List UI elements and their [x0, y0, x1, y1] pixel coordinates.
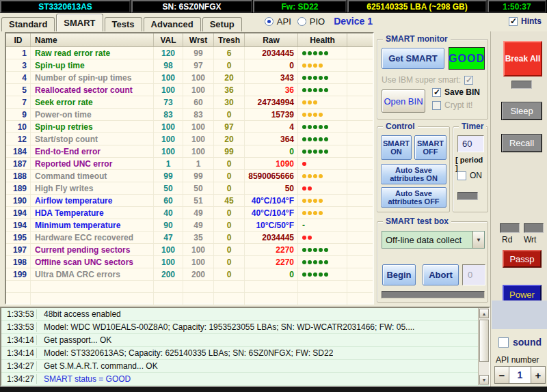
health-dots — [298, 96, 347, 108]
begin-test-button[interactable]: Begin — [382, 264, 416, 285]
passport-button[interactable]: Passp — [503, 250, 542, 268]
timer-led — [457, 192, 478, 200]
header-name[interactable]: Name — [31, 33, 154, 46]
ibm-super-smart-label: Use IBM super smart: — [382, 75, 461, 85]
open-bin-button[interactable]: Open BIN — [382, 89, 425, 113]
tab-smart[interactable]: SMART — [56, 14, 103, 31]
table-row[interactable]: 7Seek error rate73603024734994 — [6, 96, 373, 109]
table-row[interactable]: 12Start/stop count10010020364 — [6, 133, 373, 145]
table-row[interactable]: 187Reported UNC error1101090 — [6, 158, 373, 170]
log-timestamp: 1:34:27 — [1, 361, 37, 371]
tab-advanced[interactable]: Advanced — [144, 17, 201, 31]
write-led-label: Wrt — [524, 235, 536, 244]
device-label: Device 1 — [334, 16, 373, 27]
hints-label: Hints — [521, 16, 542, 26]
health-dots — [298, 256, 347, 268]
table-row[interactable]: 10Spin-up retries100100974 — [6, 121, 373, 133]
tab-setup[interactable]: Setup — [202, 17, 242, 31]
mode-selector: API PIO Device 1 — [265, 16, 373, 27]
crypt-it-label: Crypt it! — [444, 100, 472, 110]
table-row[interactable]: 198Offline scan UNC sectors10010002270 — [6, 256, 373, 268]
table-row[interactable]: 194Minimum temperature9049010°C/50°F- — [6, 219, 373, 232]
table-row[interactable]: 3Spin-up time989700 — [6, 59, 373, 72]
scroll-down-arrow-icon[interactable]: ▼ — [479, 375, 489, 384]
pio-radio-label: PIO — [310, 16, 325, 27]
health-dots — [298, 232, 347, 243]
smart-status-indicator: GOOD — [449, 47, 485, 70]
abort-test-button[interactable]: Abort — [423, 264, 459, 285]
smart-monitor-group: SMART monitor Get SMART GOOD Use IBM sup… — [377, 39, 488, 120]
save-bin-label: Save BIN — [444, 87, 480, 97]
dropdown-arrow-icon[interactable]: ▼ — [472, 232, 484, 248]
table-row[interactable]: 197Current pending sectors10010002270 — [6, 244, 373, 256]
log-message: SMART status = GOOD — [37, 374, 131, 384]
timer-period-label: [ period ] — [455, 156, 488, 172]
health-dots — [298, 59, 347, 71]
table-row[interactable]: 195Hardware ECC recovered473502034445 — [6, 232, 373, 244]
timer-on-checkbox[interactable] — [457, 171, 466, 180]
log-line: 1:34:27SMART status = GOOD — [1, 373, 489, 386]
bottom-right-spacer — [492, 300, 547, 329]
table-row[interactable]: 4Number of spin-up times10010020343 — [6, 72, 373, 84]
drive-firmware: Fw: SD22 — [253, 0, 347, 13]
table-row[interactable]: 190Airflow temperature60514540°C/104°F — [6, 195, 373, 207]
clock: 1:50:37 — [488, 0, 546, 13]
tab-tests[interactable]: Tests — [105, 17, 142, 31]
test-counter-field: 0 — [462, 264, 485, 285]
api-number-increment-button[interactable]: + — [531, 366, 546, 384]
header-val[interactable]: VAL — [154, 33, 183, 46]
tab-standard[interactable]: Standard — [1, 17, 55, 31]
health-dots — [298, 170, 347, 182]
table-row[interactable]: 189High Fly writes5050050 — [6, 182, 373, 195]
api-number-decrement-button[interactable]: − — [494, 366, 509, 384]
table-row[interactable]: 5Reallocated sector count1001003636 — [6, 84, 373, 96]
pio-radio[interactable] — [297, 17, 306, 26]
table-row[interactable]: 9Power-on time8383015739 — [6, 109, 373, 121]
sleep-button[interactable]: Sleep — [501, 102, 542, 120]
header-health[interactable]: Health — [298, 33, 347, 46]
log-line: 1:34:14Model: ST3320613AS; Capacity: 625… — [1, 347, 489, 360]
smart-on-button[interactable]: SMART ON — [381, 135, 412, 160]
tab-bar-tabs: StandardSMARTTestsAdvancedSetup — [1, 14, 243, 31]
drive-serial: SN: 6SZ0NFGX — [131, 0, 252, 13]
api-radio[interactable] — [265, 17, 274, 26]
log-timestamp: 1:33:53 — [1, 309, 37, 319]
table-row[interactable]: 199Ultra DMA CRC errors20020000 — [6, 268, 373, 281]
header-raw[interactable]: Raw — [245, 33, 298, 46]
table-row[interactable]: 184End-to-End error100100990 — [6, 145, 373, 158]
health-dots — [298, 244, 347, 255]
smart-off-button[interactable]: SMART OFF — [414, 135, 446, 160]
ibm-super-smart-checkbox — [464, 76, 473, 85]
health-dots — [298, 268, 347, 280]
table-row[interactable]: 194HDA Temperature4049040°C/104°F — [6, 207, 373, 219]
table-row[interactable]: 1Raw read error rate1209962034445 — [6, 47, 373, 59]
table-row[interactable]: 188Command timeout999908590065666 — [6, 170, 373, 182]
api-number-label: API number — [496, 355, 539, 365]
auto-save-off-button[interactable]: Auto Save attributes OFF — [381, 187, 446, 208]
auto-save-on-button[interactable]: Auto Save attributes ON — [381, 164, 446, 184]
crypt-it-checkbox — [432, 101, 441, 110]
timer-period-input[interactable]: 60 — [457, 135, 484, 152]
smart-table-body: 1Raw read error rate12099620344453Spin-u… — [6, 47, 373, 305]
log-line: 1:34:14Get passport... OK — [1, 334, 489, 347]
table-empty-row — [6, 281, 373, 293]
log-scrollbar[interactable]: ▲ ▼ — [478, 308, 489, 385]
header-wrst[interactable]: Wrst — [183, 33, 214, 46]
get-smart-button[interactable]: Get SMART — [382, 48, 444, 69]
scrollbar-thumb[interactable] — [479, 320, 489, 362]
break-all-button[interactable]: Break All — [503, 41, 542, 76]
recall-button[interactable]: Recall — [501, 134, 542, 152]
log-line: 1:33:53Model: WDC WD10EALS-00Z8A0; Capac… — [1, 321, 489, 334]
save-bin-checkbox[interactable] — [432, 88, 441, 97]
header-id[interactable]: ID — [6, 33, 31, 46]
scroll-up-arrow-icon[interactable]: ▲ — [479, 309, 489, 318]
log-timestamp: 1:34:14 — [1, 348, 37, 358]
sound-checkbox[interactable] — [498, 337, 509, 348]
test-select-dropdown[interactable]: Off-line data collect ▼ — [382, 231, 485, 249]
log-lines: 1:33:5348bit access enabled1:33:53Model:… — [1, 308, 489, 386]
hints-checkbox[interactable] — [509, 17, 518, 26]
smart-attributes-table: ID Name VAL Wrst Tresh Raw Health 1Raw r… — [5, 32, 374, 305]
smart-monitor-title: SMART monitor — [383, 34, 451, 44]
health-dots — [298, 84, 347, 96]
header-tresh[interactable]: Tresh — [214, 33, 245, 46]
